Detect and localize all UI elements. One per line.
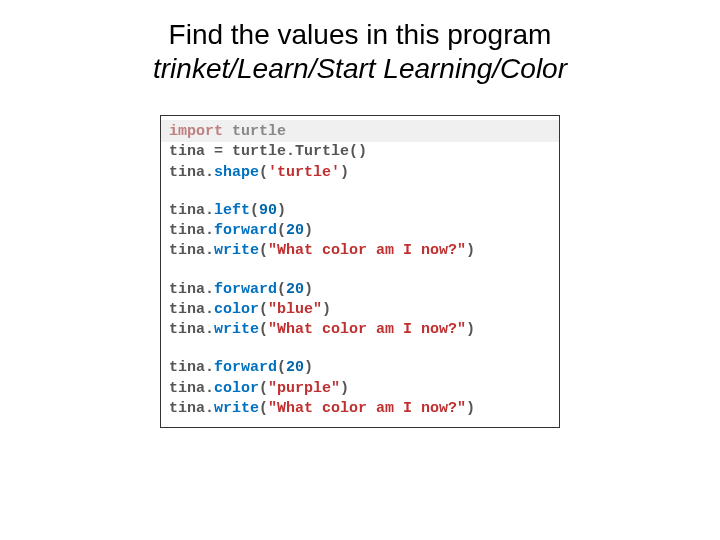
code-token: 20 xyxy=(286,359,304,376)
code-token: tina. xyxy=(169,281,214,298)
blank-line xyxy=(169,262,551,280)
code-token: "What color am I now?" xyxy=(268,242,466,259)
code-line: import turtle xyxy=(161,120,559,142)
code-token: left xyxy=(214,202,250,219)
code-token: "What color am I now?" xyxy=(268,321,466,338)
code-token: ( xyxy=(259,301,268,318)
code-token: ( xyxy=(259,242,268,259)
code-token: tina. xyxy=(169,380,214,397)
code-token: ) xyxy=(466,242,475,259)
code-token: "What color am I now?" xyxy=(268,400,466,417)
code-token: 'turtle' xyxy=(268,164,340,181)
code-token: write xyxy=(214,242,259,259)
code-token: tina. xyxy=(169,202,214,219)
code-line: tina.write("What color am I now?") xyxy=(169,241,551,261)
code-token: ( xyxy=(277,359,286,376)
code-token: ) xyxy=(340,164,349,181)
code-token: ( xyxy=(277,281,286,298)
code-token: tina. xyxy=(169,321,214,338)
code-token: tina = turtle.Turtle() xyxy=(169,143,367,160)
blank-line xyxy=(169,183,551,201)
code-line: tina.forward(20) xyxy=(169,280,551,300)
code-token: 20 xyxy=(286,222,304,239)
code-token: write xyxy=(214,321,259,338)
code-line: tina.write("What color am I now?") xyxy=(169,399,551,419)
code-token: ) xyxy=(304,359,313,376)
code-token: ) xyxy=(304,281,313,298)
code-token: ) xyxy=(304,222,313,239)
code-line: tina.forward(20) xyxy=(169,221,551,241)
code-token: ( xyxy=(250,202,259,219)
code-line: tina.left(90) xyxy=(169,201,551,221)
code-token: forward xyxy=(214,281,277,298)
code-line: tina.forward(20) xyxy=(169,358,551,378)
code-token: import xyxy=(169,123,223,140)
code-line: tina.color("blue") xyxy=(169,300,551,320)
code-token: ( xyxy=(259,400,268,417)
code-line: tina = turtle.Turtle() xyxy=(169,142,551,162)
code-token: tina. xyxy=(169,164,214,181)
code-token: tina. xyxy=(169,222,214,239)
code-token xyxy=(223,123,232,140)
code-token: ) xyxy=(322,301,331,318)
code-line: tina.color("purple") xyxy=(169,379,551,399)
code-token: color xyxy=(214,380,259,397)
code-token: 20 xyxy=(286,281,304,298)
code-token: tina. xyxy=(169,359,214,376)
blank-line xyxy=(169,340,551,358)
code-token: color xyxy=(214,301,259,318)
code-token: "purple" xyxy=(268,380,340,397)
code-line: tina.shape('turtle') xyxy=(169,163,551,183)
code-token: ( xyxy=(259,164,268,181)
code-token: tina. xyxy=(169,301,214,318)
code-token: tina. xyxy=(169,242,214,259)
subtitle: trinket/Learn/Start Learning/Color xyxy=(0,52,720,86)
code-token: shape xyxy=(214,164,259,181)
title: Find the values in this program xyxy=(0,18,720,52)
code-token: turtle xyxy=(232,123,286,140)
code-token: ) xyxy=(277,202,286,219)
header: Find the values in this program trinket/… xyxy=(0,0,720,97)
code-token: ) xyxy=(466,400,475,417)
code-token: "blue" xyxy=(268,301,322,318)
code-token: ) xyxy=(466,321,475,338)
code-token: 90 xyxy=(259,202,277,219)
code-line: tina.write("What color am I now?") xyxy=(169,320,551,340)
code-block: import turtletina = turtle.Turtle()tina.… xyxy=(160,115,560,428)
code-token: forward xyxy=(214,222,277,239)
code-token: write xyxy=(214,400,259,417)
code-token: forward xyxy=(214,359,277,376)
code-token: ( xyxy=(259,321,268,338)
code-token: ( xyxy=(259,380,268,397)
code-token: ) xyxy=(340,380,349,397)
code-token: ( xyxy=(277,222,286,239)
code-token: tina. xyxy=(169,400,214,417)
